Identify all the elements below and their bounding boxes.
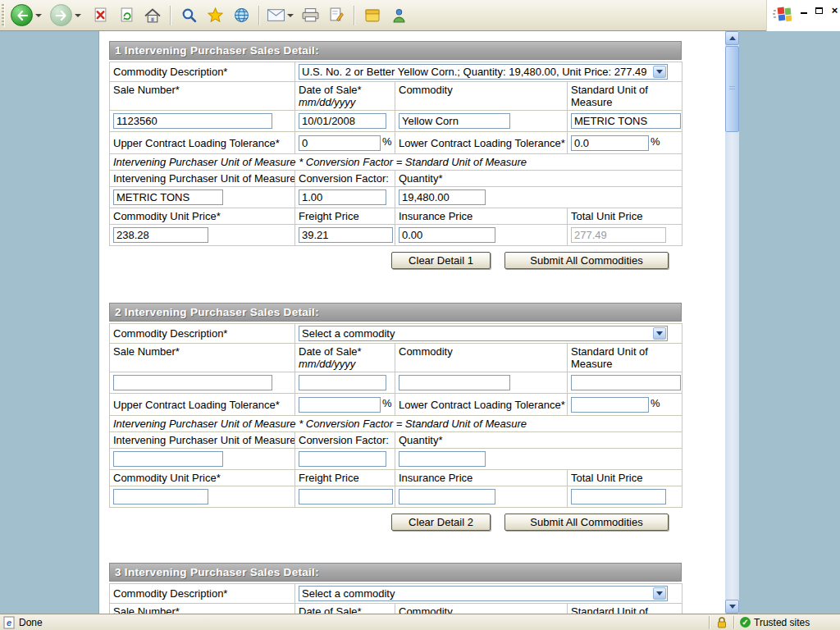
search-icon <box>181 7 197 23</box>
ipuom-input[interactable] <box>113 451 223 467</box>
total-unit-price-input <box>571 227 666 243</box>
quantity-input[interactable] <box>399 189 486 205</box>
submit-all-commodities-button[interactable]: Submit All Commodities <box>504 514 669 531</box>
ipuom-label: Intervening Purchaser Unit of Measure <box>110 171 295 187</box>
messenger-button[interactable] <box>387 3 410 28</box>
back-icon <box>11 4 33 26</box>
section-3-title: 3 Intervening Purchaser Sales Detail: <box>109 563 682 582</box>
brand-zone: × <box>766 0 840 31</box>
lower-tolerance-input[interactable] <box>571 135 649 151</box>
security-lock-indicator[interactable] <box>710 614 733 630</box>
commodity-description-label: Commodity Description* <box>110 324 295 344</box>
toolbar-separator <box>258 6 260 25</box>
lower-tolerance-label: Lower Contract Loading Tolerance* <box>395 132 568 154</box>
ipuom-input[interactable] <box>113 189 223 205</box>
status-bar: e Done ✓ Trusted sites <box>0 614 840 630</box>
standard-unit-label: Standard Unit ofMeasure <box>568 604 682 614</box>
freight-price-input[interactable] <box>299 227 393 243</box>
toolbar-grip[interactable] <box>2 4 5 27</box>
stop-icon <box>94 7 107 23</box>
scroll-up-button[interactable] <box>725 31 739 45</box>
trusted-check-icon: ✓ <box>740 617 751 628</box>
minimize-button[interactable] <box>798 5 809 16</box>
back-dropdown-icon[interactable] <box>35 14 42 17</box>
back-button[interactable] <box>8 3 44 27</box>
commodity-unit-price-input[interactable] <box>113 227 208 243</box>
star-icon <box>208 7 223 23</box>
stop-button[interactable] <box>89 3 112 28</box>
messenger-icon <box>392 8 406 23</box>
standard-unit-input[interactable] <box>571 113 681 129</box>
clear-detail-2-button[interactable]: Clear Detail 2 <box>391 514 491 531</box>
toolbar-separator <box>354 6 355 25</box>
standard-unit-input[interactable] <box>571 375 681 390</box>
total-unit-price-label: Total Unit Price <box>568 470 682 486</box>
edit-button[interactable] <box>325 3 348 28</box>
commodity-input[interactable] <box>399 375 510 390</box>
lock-icon <box>717 617 727 628</box>
commodity-unit-price-input[interactable] <box>113 489 208 504</box>
refresh-button[interactable] <box>115 3 138 28</box>
scroll-down-button[interactable] <box>725 600 739 614</box>
sale-number-input[interactable] <box>113 113 272 129</box>
chevron-down-icon[interactable] <box>653 587 666 600</box>
search-button[interactable] <box>177 3 200 28</box>
commodity-input[interactable] <box>399 113 510 129</box>
content-area: 1 Intervening Purchaser Sales Detail: Co… <box>98 31 725 614</box>
upper-tolerance-input[interactable] <box>299 397 381 413</box>
home-button[interactable] <box>141 3 164 28</box>
submit-all-commodities-button[interactable]: Submit All Commodities <box>504 252 669 269</box>
insurance-price-input[interactable] <box>399 489 495 504</box>
chevron-down-icon[interactable] <box>653 327 666 340</box>
security-zone-text: Trusted sites <box>754 617 810 628</box>
home-icon <box>144 8 161 23</box>
close-button[interactable]: × <box>829 5 840 16</box>
selected-commodity-text: Select a commodity <box>302 327 395 340</box>
history-button[interactable] <box>230 3 253 28</box>
restore-button[interactable] <box>814 5 824 16</box>
selected-commodity-text: U.S. No. 2 or Better Yellow Corn.; Quant… <box>302 66 647 78</box>
commodity-description-select[interactable]: Select a commodity <box>299 586 668 601</box>
sales-detail-table-1: Commodity Description* U.S. No. 2 or Bet… <box>109 62 682 246</box>
commodity-description-select[interactable]: Select a commodity <box>299 326 668 341</box>
date-of-sale-label: Date of Sale*mm/dd/yyyy <box>295 604 395 614</box>
sales-detail-section-3: 3 Intervening Purchaser Sales Detail: Co… <box>109 563 715 614</box>
favorites-button[interactable] <box>203 3 226 28</box>
upper-tolerance-input[interactable] <box>299 135 381 151</box>
restore-icon <box>815 7 823 14</box>
upper-tolerance-label: Upper Contract Loading Tolerance* <box>110 132 295 154</box>
edit-icon <box>330 7 344 23</box>
mail-button[interactable] <box>266 3 295 28</box>
date-of-sale-input[interactable] <box>299 113 386 129</box>
freight-price-input[interactable] <box>299 489 393 504</box>
clear-detail-1-button[interactable]: Clear Detail 1 <box>391 252 491 269</box>
quantity-input[interactable] <box>399 451 486 467</box>
quantity-label: Quantity* <box>395 432 682 449</box>
sale-number-input[interactable] <box>113 375 272 390</box>
security-zone-indicator[interactable]: ✓ Trusted sites <box>735 614 840 630</box>
sales-detail-table-3: Commodity Description* Select a commodit… <box>109 583 682 614</box>
insurance-price-input[interactable] <box>399 227 495 243</box>
selected-commodity-text: Select a commodity <box>302 587 395 600</box>
toolbar-separator <box>170 6 171 25</box>
chevron-down-icon[interactable] <box>653 66 666 78</box>
mail-dropdown-icon[interactable] <box>287 14 294 17</box>
date-of-sale-input[interactable] <box>299 375 386 390</box>
print-button[interactable] <box>299 3 322 28</box>
freight-price-label: Freight Price <box>295 470 395 486</box>
minimize-icon <box>801 12 807 14</box>
lower-tolerance-input[interactable] <box>571 397 649 413</box>
browser-toolbar: × <box>0 0 840 31</box>
refresh-icon <box>120 7 134 23</box>
sales-detail-section-1: 1 Intervening Purchaser Sales Detail: Co… <box>109 41 715 269</box>
forward-button[interactable] <box>48 3 84 27</box>
vertical-scrollbar[interactable] <box>725 31 739 614</box>
conversion-factor-input[interactable] <box>299 189 386 205</box>
research-button[interactable] <box>361 3 384 28</box>
commodity-label: Commodity <box>395 82 568 111</box>
sale-number-label: Sale Number* <box>110 604 295 614</box>
commodity-description-select[interactable]: U.S. No. 2 or Better Yellow Corn.; Quant… <box>299 64 668 80</box>
forward-dropdown-icon[interactable] <box>75 14 81 17</box>
conversion-factor-input[interactable] <box>299 451 386 467</box>
scrollbar-thumb[interactable] <box>725 46 739 132</box>
